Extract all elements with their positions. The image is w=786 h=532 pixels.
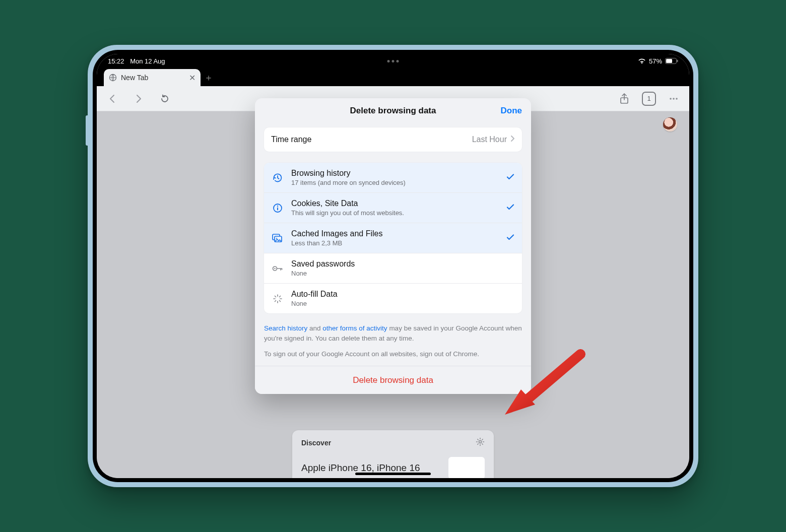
tab-strip: New Tab ✕ ＋ bbox=[97, 68, 689, 86]
svg-point-6 bbox=[673, 98, 675, 100]
forward-button[interactable] bbox=[130, 90, 147, 107]
svg-point-16 bbox=[274, 268, 275, 269]
done-button[interactable]: Done bbox=[501, 98, 522, 123]
discover-card: Discover Apple iPhone 16, iPhone 16 bbox=[292, 430, 494, 478]
multitask-dots[interactable] bbox=[387, 60, 399, 62]
status-time: 15:22 bbox=[108, 57, 124, 65]
status-left: 15:22 Mon 12 Aug bbox=[108, 57, 169, 65]
other-activity-link[interactable]: other forms of activity bbox=[322, 324, 387, 332]
tab-count-value: 1 bbox=[647, 95, 650, 102]
item-title: Cached Images and Files bbox=[291, 229, 499, 238]
sheet-header: Delete browsing data Done bbox=[255, 98, 531, 123]
svg-rect-1 bbox=[666, 59, 672, 63]
gear-icon[interactable] bbox=[476, 437, 485, 448]
key-icon bbox=[271, 263, 284, 274]
delete-browsing-data-button[interactable]: Delete browsing data bbox=[353, 375, 433, 385]
check-icon bbox=[506, 203, 515, 214]
item-autofill[interactable]: Auto-fill Data None bbox=[264, 283, 522, 313]
svg-point-8 bbox=[479, 441, 482, 443]
time-range-value: Last Hour bbox=[472, 135, 507, 144]
reload-button[interactable] bbox=[156, 90, 173, 107]
item-title: Saved passwords bbox=[291, 259, 515, 269]
sheet-title: Delete browsing data bbox=[350, 106, 436, 116]
sign-out-chrome-link[interactable]: sign out of Chrome bbox=[420, 350, 477, 358]
globe-icon bbox=[109, 74, 117, 82]
ipad-screen: 15:22 Mon 12 Aug 57% bbox=[97, 54, 689, 478]
article-title: Apple iPhone 16, iPhone 16 bbox=[301, 462, 420, 474]
check-icon bbox=[506, 172, 515, 183]
svg-point-7 bbox=[676, 98, 678, 100]
item-browsing-history[interactable]: Browsing history 17 items (and more on s… bbox=[264, 163, 522, 192]
item-subtitle: None bbox=[291, 270, 515, 277]
battery-percent: 57% bbox=[649, 57, 662, 65]
time-range-label: Time range bbox=[271, 135, 311, 144]
close-icon[interactable]: ✕ bbox=[189, 73, 195, 83]
search-history-link[interactable]: Search history bbox=[264, 324, 307, 332]
tab-count-button[interactable]: 1 bbox=[642, 92, 656, 106]
item-subtitle: Less than 2,3 MB bbox=[291, 239, 499, 247]
status-bar: 15:22 Mon 12 Aug 57% bbox=[97, 54, 689, 68]
svg-point-14 bbox=[276, 237, 277, 238]
new-tab-button[interactable]: ＋ bbox=[201, 69, 217, 86]
item-cache[interactable]: Cached Images and Files Less than 2,3 MB bbox=[264, 223, 522, 253]
item-cookies[interactable]: Cookies, Site Data This will sign you ou… bbox=[264, 192, 522, 223]
browser-tab[interactable]: New Tab ✕ bbox=[104, 69, 201, 86]
status-right: 57% bbox=[638, 57, 678, 65]
images-icon bbox=[271, 233, 284, 244]
autofill-icon bbox=[271, 293, 284, 304]
item-passwords[interactable]: Saved passwords None bbox=[264, 253, 522, 283]
time-range-group: Time range Last Hour bbox=[264, 127, 522, 152]
wifi-icon bbox=[638, 58, 646, 64]
article-thumbnail bbox=[448, 457, 485, 478]
done-label: Done bbox=[501, 106, 522, 116]
back-button[interactable] bbox=[104, 90, 121, 107]
discover-heading: Discover bbox=[301, 439, 331, 447]
delete-button-label: Delete browsing data bbox=[353, 375, 433, 385]
profile-avatar[interactable] bbox=[663, 117, 677, 131]
item-subtitle: None bbox=[291, 300, 515, 307]
status-date: Mon 12 Aug bbox=[130, 57, 165, 65]
info-icon bbox=[271, 203, 284, 214]
svg-point-10 bbox=[277, 205, 278, 206]
item-title: Cookies, Site Data bbox=[291, 199, 499, 208]
footnote-signout: To sign out of your Google Account on al… bbox=[264, 350, 522, 358]
share-button[interactable] bbox=[616, 90, 633, 107]
chevron-right-icon bbox=[510, 135, 515, 144]
sheet-footer: Delete browsing data bbox=[255, 366, 531, 394]
tab-title: New Tab bbox=[121, 74, 148, 82]
item-title: Auto-fill Data bbox=[291, 290, 515, 299]
footnote-text: Search history and other forms of activi… bbox=[264, 323, 522, 343]
delete-browsing-data-sheet: Delete browsing data Done Time range Las… bbox=[255, 98, 531, 394]
check-icon bbox=[506, 233, 515, 244]
home-indicator[interactable] bbox=[355, 473, 431, 475]
ipad-frame: 15:22 Mon 12 Aug 57% bbox=[88, 45, 698, 487]
ipad-bezel: 15:22 Mon 12 Aug 57% bbox=[93, 50, 693, 482]
item-subtitle: 17 items (and more on synced devices) bbox=[291, 179, 499, 186]
item-subtitle: This will sign you out of most websites. bbox=[291, 209, 499, 217]
battery-icon bbox=[665, 58, 678, 64]
data-items-group: Browsing history 17 items (and more on s… bbox=[264, 163, 522, 313]
svg-rect-11 bbox=[277, 207, 278, 210]
svg-rect-2 bbox=[677, 60, 678, 62]
time-range-row[interactable]: Time range Last Hour bbox=[264, 127, 522, 152]
history-icon bbox=[271, 172, 284, 183]
item-title: Browsing history bbox=[291, 169, 499, 178]
svg-point-5 bbox=[670, 98, 672, 100]
overflow-menu-button[interactable] bbox=[665, 90, 682, 107]
